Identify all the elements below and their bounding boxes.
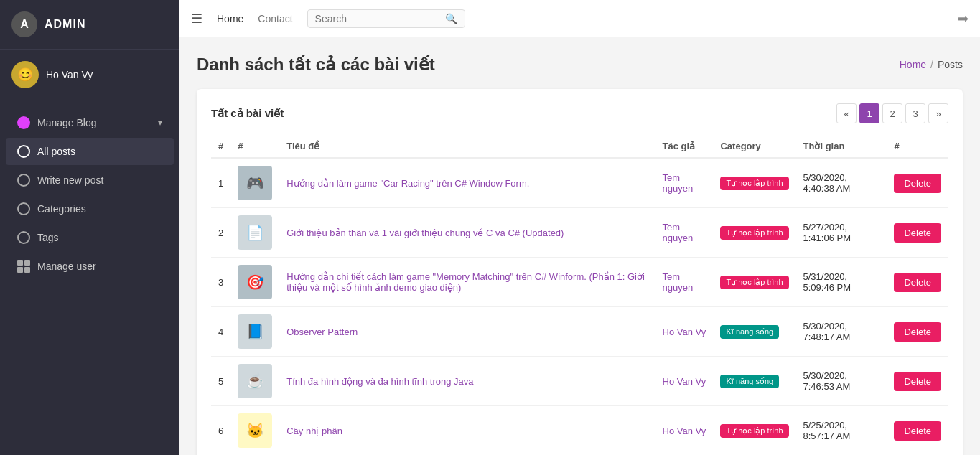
pagination-page-2[interactable]: 2 (882, 103, 902, 123)
dot-icon (17, 202, 30, 215)
app-title: ADMIN (45, 18, 85, 31)
sidebar-item-tags[interactable]: Tags (6, 224, 174, 251)
row-thumb: 📘 (230, 307, 279, 357)
col-action: # (887, 135, 948, 158)
user-profile: 😊 Ho Van Vy (0, 50, 179, 100)
card-title: Tất cả bài viết (211, 107, 284, 120)
col-author: Tác giả (655, 135, 714, 158)
table-row: 3 🎯 Hướng dẫn chi tiết cách làm game "Me… (211, 258, 948, 307)
delete-button[interactable]: Delete (894, 372, 941, 391)
delete-button[interactable]: Delete (894, 273, 941, 292)
row-action: Delete (887, 307, 948, 357)
page-title: Danh sách tất cả các bài viết (197, 55, 435, 75)
row-title: Giới thiệu bản thân và 1 vài giới thiệu … (279, 208, 655, 258)
post-title-link[interactable]: Giới thiệu bản thân và 1 vài giới thiệu … (286, 228, 564, 238)
author-link[interactable]: Tem nguyen (663, 172, 694, 194)
nav-home[interactable]: Home (217, 13, 243, 24)
delete-button[interactable]: Delete (894, 322, 941, 342)
row-author: Tem nguyen (655, 208, 714, 258)
post-title-link[interactable]: Tính đa hình động và đa hình tĩnh trong … (286, 376, 473, 387)
row-date: 5/30/2020, 7:46:53 AM (796, 357, 887, 406)
delete-button[interactable]: Delete (894, 421, 941, 441)
sidebar-item-label: Manage user (37, 261, 96, 272)
post-title-link[interactable]: Hướng dẫn chi tiết cách làm game "Memory… (286, 271, 645, 293)
row-num: 5 (211, 357, 230, 406)
sidebar-item-label: Tags (37, 232, 59, 243)
search-icon[interactable]: 🔍 (445, 13, 457, 24)
post-title-link[interactable]: Observer Pattern (286, 327, 358, 337)
author-link[interactable]: Ho Van Vy (663, 327, 706, 337)
sidebar-item-write-new-post[interactable]: Write new post (6, 166, 174, 194)
main-content: ☰ Home Contact 🔍 ➡ Danh sách tất cả các … (179, 0, 980, 455)
delete-button[interactable]: Delete (894, 174, 941, 193)
table-row: 2 📄 Giới thiệu bản thân và 1 vài giới th… (211, 208, 948, 258)
breadcrumb-separator: / (930, 59, 933, 70)
logout-icon[interactable]: ➡ (958, 11, 969, 27)
row-category: Tự học lập trình (713, 258, 795, 307)
app-logo: A (11, 11, 37, 37)
row-category: Kĩ năng sống (713, 357, 795, 406)
category-badge: Tự học lập trình (720, 226, 788, 240)
author-link[interactable]: Ho Van Vy (663, 426, 706, 436)
row-category: Tự học lập trình (713, 208, 795, 258)
grid-icon (17, 260, 30, 273)
sidebar-item-manage-blog[interactable]: Manage Blog ▾ (6, 109, 174, 136)
row-title: Observer Pattern (279, 307, 655, 357)
page-content: Danh sách tất cả các bài viết Home / Pos… (179, 37, 980, 455)
row-category: Tự học lập trình (713, 158, 795, 208)
row-action: Delete (887, 258, 948, 307)
col-num: # (211, 135, 230, 158)
row-category: Kĩ năng sống (713, 307, 795, 357)
row-action: Delete (887, 208, 948, 258)
col-title: Tiêu đề (279, 135, 655, 158)
row-author: Ho Van Vy (655, 406, 714, 456)
sidebar-menu: Manage Blog ▾ All posts Write new post C… (0, 100, 179, 289)
row-title: Hướng dẫn làm game "Car Racing" trên C# … (279, 158, 655, 208)
author-link[interactable]: Ho Van Vy (663, 376, 706, 387)
pagination-page-3[interactable]: 3 (905, 103, 925, 123)
sidebar-item-manage-user[interactable]: Manage user (6, 253, 174, 280)
sidebar-item-categories[interactable]: Categories (6, 195, 174, 222)
search-bar: 🔍 (307, 9, 465, 28)
post-title-link[interactable]: Cây nhị phân (286, 426, 342, 436)
nav-contact[interactable]: Contact (258, 13, 292, 24)
hamburger-icon[interactable]: ☰ (191, 11, 202, 27)
row-title: Hướng dẫn chi tiết cách làm game "Memory… (279, 258, 655, 307)
category-badge: Tự học lập trình (720, 424, 788, 438)
row-num: 4 (211, 307, 230, 357)
post-thumbnail: 🐱 (238, 413, 272, 448)
delete-button[interactable]: Delete (894, 223, 941, 243)
breadcrumb-home[interactable]: Home (900, 59, 926, 70)
category-badge: Kĩ năng sống (720, 375, 779, 388)
pagination-next[interactable]: » (928, 103, 948, 123)
sidebar-header: A ADMIN (0, 0, 179, 50)
pagination-prev[interactable]: « (836, 103, 857, 123)
table-row: 1 🎮 Hướng dẫn làm game "Car Racing" trên… (211, 158, 948, 208)
col-category: Category (713, 135, 795, 158)
row-num: 2 (211, 208, 230, 258)
breadcrumb: Home / Posts (900, 59, 963, 70)
table-row: 5 ☕ Tính đa hình động và đa hình tĩnh tr… (211, 357, 948, 406)
category-badge: Tự học lập trình (720, 276, 788, 289)
search-input[interactable] (315, 13, 441, 24)
post-thumbnail: 📘 (238, 314, 272, 349)
author-link[interactable]: Tem nguyen (663, 271, 694, 293)
author-link[interactable]: Tem nguyen (663, 222, 694, 243)
row-author: Ho Van Vy (655, 357, 714, 406)
row-action: Delete (887, 357, 948, 406)
post-thumbnail: 🎯 (238, 265, 272, 299)
breadcrumb-current: Posts (938, 59, 963, 70)
sidebar-item-label: All posts (37, 146, 75, 157)
pagination: « 1 2 3 » (836, 103, 948, 123)
row-date: 5/27/2020, 1:41:06 PM (796, 208, 887, 258)
post-thumbnail: 🎮 (238, 166, 272, 200)
category-badge: Kĩ năng sống (720, 325, 779, 339)
row-author: Tem nguyen (655, 258, 714, 307)
page-header: Danh sách tất cả các bài viết Home / Pos… (197, 55, 963, 75)
pagination-page-1[interactable]: 1 (859, 103, 879, 123)
sidebar-item-all-posts[interactable]: All posts (6, 138, 174, 165)
avatar: 😊 (11, 61, 39, 88)
dot-icon (17, 174, 30, 187)
row-num: 6 (211, 406, 230, 456)
post-title-link[interactable]: Hướng dẫn làm game "Car Racing" trên C# … (286, 178, 529, 189)
